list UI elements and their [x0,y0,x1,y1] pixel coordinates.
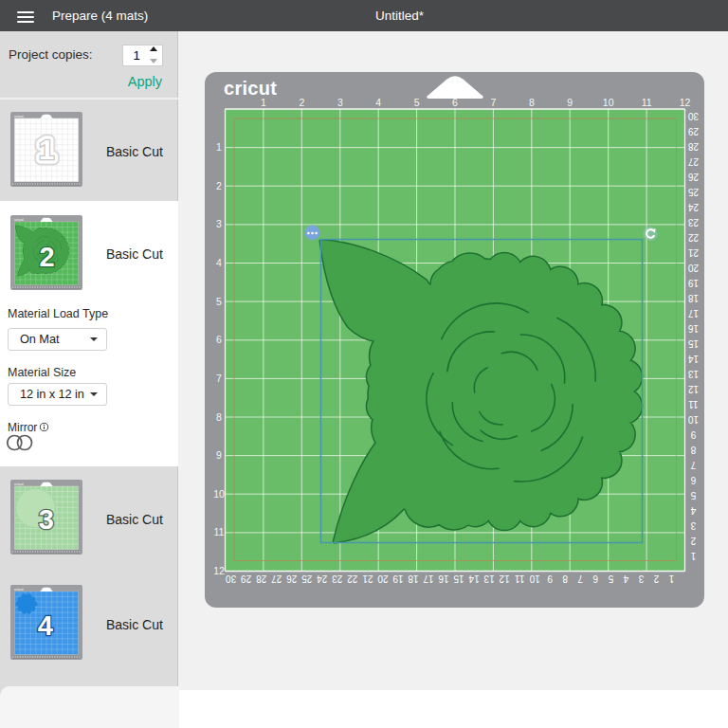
svg-text:22: 22 [347,573,358,584]
svg-text:cricut: cricut [14,482,25,486]
svg-text:16: 16 [438,573,449,584]
svg-text:11: 11 [515,573,525,584]
svg-text:1: 1 [668,573,674,584]
svg-text:26: 26 [286,573,298,584]
svg-text:5: 5 [608,573,613,584]
svg-text:7: 7 [577,573,583,584]
svg-text:5: 5 [216,296,222,307]
svg-text:4: 4 [37,610,52,641]
svg-text:10: 10 [603,97,614,108]
svg-text:18: 18 [408,573,419,584]
svg-text:7: 7 [216,373,222,384]
svg-text:19: 19 [392,573,404,584]
svg-text:28: 28 [256,573,267,584]
svg-text:13: 13 [483,573,495,584]
svg-text:10: 10 [213,488,225,500]
svg-text:4: 4 [216,257,222,268]
svg-text:11: 11 [688,399,699,410]
svg-text:27: 27 [271,573,282,584]
svg-text:23: 23 [687,217,699,228]
svg-text:30: 30 [687,111,699,121]
svg-text:3: 3 [38,504,53,535]
svg-text:11: 11 [642,97,652,108]
svg-text:4: 4 [375,97,381,108]
svg-text:10: 10 [687,414,699,425]
svg-text:5: 5 [414,97,420,108]
svg-text:9: 9 [690,429,696,440]
svg-text:30: 30 [226,573,237,584]
svg-text:24: 24 [687,202,699,212]
svg-text:13: 13 [687,369,699,379]
svg-text:12: 12 [680,97,691,108]
svg-text:23: 23 [332,573,343,584]
svg-text:8: 8 [216,411,222,423]
svg-text:28: 28 [687,141,699,152]
svg-text:6: 6 [690,475,696,485]
svg-text:4: 4 [623,573,628,584]
svg-text:19: 19 [687,278,699,288]
svg-text:2: 2 [653,573,659,584]
svg-text:14: 14 [468,573,480,584]
svg-text:22: 22 [687,232,699,243]
svg-text:1: 1 [261,97,266,108]
svg-text:3: 3 [216,218,222,229]
svg-text:27: 27 [687,156,699,167]
svg-text:11: 11 [214,526,225,537]
svg-text:2: 2 [299,97,304,108]
svg-text:2: 2 [39,242,54,272]
svg-text:7: 7 [490,97,496,108]
svg-text:1: 1 [38,135,53,165]
svg-text:1: 1 [690,551,696,561]
svg-text:cricut: cricut [14,218,25,222]
svg-text:7: 7 [690,460,696,470]
svg-text:8: 8 [529,97,535,108]
svg-text:21: 21 [687,247,699,258]
svg-text:29: 29 [241,573,252,584]
svg-text:21: 21 [362,573,373,584]
svg-text:9: 9 [567,97,573,108]
svg-text:8: 8 [690,445,696,455]
svg-text:3: 3 [638,573,644,584]
svg-text:6: 6 [592,573,598,584]
svg-text:16: 16 [687,323,699,334]
svg-text:9: 9 [547,573,553,584]
svg-text:15: 15 [687,338,699,349]
svg-text:15: 15 [453,573,464,584]
svg-text:cricut: cricut [14,588,25,592]
svg-text:cricut: cricut [224,78,277,99]
svg-text:8: 8 [562,573,568,584]
svg-text:20: 20 [377,573,389,584]
svg-text:6: 6 [452,97,458,108]
svg-text:25: 25 [301,573,313,584]
svg-text:10: 10 [529,573,540,584]
svg-text:29: 29 [687,126,699,136]
svg-text:26: 26 [687,172,699,182]
svg-text:12: 12 [499,573,510,584]
svg-text:1: 1 [216,141,222,153]
svg-text:5: 5 [690,490,696,500]
svg-text:12: 12 [687,384,699,394]
svg-text:24: 24 [317,573,328,584]
svg-text:2: 2 [690,536,696,546]
svg-text:17: 17 [423,573,434,584]
svg-text:12: 12 [213,565,225,576]
svg-text:6: 6 [216,334,222,345]
svg-text:cricut: cricut [14,115,25,118]
svg-text:14: 14 [687,354,699,364]
svg-text:17: 17 [687,308,699,318]
svg-text:18: 18 [687,293,699,303]
svg-text:3: 3 [690,520,696,531]
svg-text:3: 3 [337,97,343,108]
svg-text:20: 20 [687,263,699,273]
svg-text:4: 4 [690,505,696,516]
svg-text:2: 2 [216,180,222,191]
svg-text:25: 25 [687,187,699,197]
svg-text:9: 9 [216,449,222,461]
